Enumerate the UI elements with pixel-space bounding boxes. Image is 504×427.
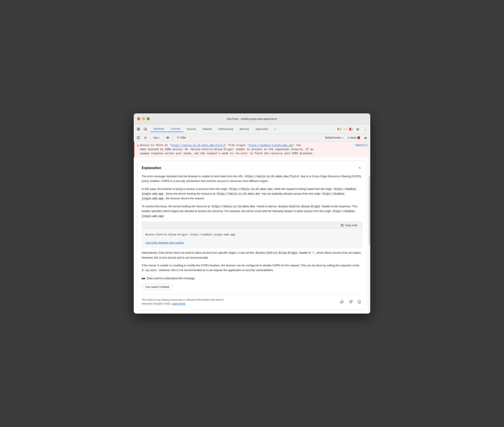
explanation-para5: If the server is unable or unwilling to … <box>142 263 362 273</box>
toolbar-divider-1 <box>150 136 150 140</box>
code-snippet: Access-Control-Allow-Origin: https://bub… <box>142 229 362 240</box>
caution-link-container: Use code snippets with caution <box>142 240 362 248</box>
clear-console-btn[interactable]: ⊘ <box>142 135 148 141</box>
code-block-toolbar: Copy code <box>142 222 362 229</box>
explanation-para2: In this case, the browser is trying to a… <box>142 187 362 201</box>
tab-console[interactable]: Console <box>168 126 183 132</box>
more-options-icon[interactable]: ⋮ <box>362 126 369 132</box>
tab-elements[interactable]: Elements <box>150 126 167 132</box>
tab-performance[interactable]: Performance <box>215 126 236 132</box>
close-explanation-btn[interactable]: × <box>357 165 362 171</box>
tab-sources[interactable]: Sources <box>184 126 199 132</box>
thumbs-up-btn[interactable] <box>339 299 345 305</box>
explanation-header: Explanation × <box>142 165 362 171</box>
explanation-para4: Alternatively, if the server does not ne… <box>142 251 362 260</box>
close-button[interactable] <box>137 117 140 120</box>
thumbs-down-btn[interactable] <box>348 299 354 305</box>
svg-rect-14 <box>341 302 341 303</box>
explanation-body: The error message indicates that the bro… <box>142 174 362 306</box>
learn-more-link[interactable]: Learn more <box>172 302 185 305</box>
svg-point-9 <box>167 137 168 138</box>
tab-network[interactable]: Network <box>199 126 215 132</box>
issue-count-icon: 1 <box>357 136 360 139</box>
device-toggle-icon[interactable] <box>142 126 148 132</box>
issue-badge[interactable]: 1 Issue: 1 <box>346 136 362 140</box>
use-search-btn[interactable]: Use search instead <box>142 284 173 290</box>
sidebar-toggle-btn[interactable] <box>135 135 142 141</box>
origin5-code: https://bubble-jingle.web.app <box>142 210 356 218</box>
toolbar-divider-3 <box>173 136 173 140</box>
wildcard-code: * <box>312 251 315 255</box>
traffic-lights <box>137 117 150 120</box>
error-url1-link[interactable]: https://hello-io-24.deno.dev/?lvl=1 <box>171 144 225 147</box>
triangle-right-icon: ▶ <box>142 276 146 281</box>
svg-rect-1 <box>139 128 140 129</box>
error-url2-link[interactable]: https://bubble-jingle.web.app <box>249 144 293 147</box>
tab-icon-group <box>135 126 148 132</box>
console-toolbar: ⊘ top ▾ Filter Default levels ▾ <box>134 134 370 142</box>
svg-point-8 <box>166 137 169 138</box>
chevron-down-icon: ▾ <box>158 137 159 139</box>
explanation-panel: Explanation × The error message indicate… <box>137 161 367 310</box>
error-circle-icon: ⊗ <box>337 127 340 131</box>
console-wrapper: ⊗ Access to fetch at 'https://hello-io-2… <box>134 142 370 314</box>
maximize-button[interactable] <box>147 117 150 120</box>
devtools-tabs: Elements Console Sources Network Perform… <box>134 125 370 134</box>
tab-more[interactable]: » <box>272 126 279 132</box>
error-source-link[interactable]: search:1 <box>355 144 368 146</box>
inspect-icon[interactable] <box>135 126 142 132</box>
svg-rect-15 <box>352 300 352 302</box>
toolbar-divider-2 <box>163 136 163 140</box>
filter-btn[interactable]: Filter <box>174 135 188 140</box>
explanation-para3: To resolve this issue, the server hostin… <box>142 204 362 218</box>
eye-icon-btn[interactable] <box>165 135 171 141</box>
wildcard-header-code: Access-Control-Allow-Origin <box>255 251 298 255</box>
title-bar: DevTools - bubble-jingle.web.app/search <box>134 114 370 125</box>
levels-dropdown[interactable]: Default levels ▾ <box>323 136 345 140</box>
header-code: Access-Control-Allow-Origin <box>278 205 321 208</box>
svg-rect-2 <box>137 129 138 130</box>
report-btn[interactable] <box>356 299 362 305</box>
cors-error-text: Access to fetch at 'https://hello-io-24.… <box>140 144 354 156</box>
scrollbar-thumb[interactable] <box>369 176 370 245</box>
copy-code-btn[interactable]: Copy code <box>339 223 360 228</box>
cors-error-line: ⊗ Access to fetch at 'https://hello-io-2… <box>134 142 370 158</box>
tab-memory[interactable]: Memory <box>237 126 252 132</box>
code-block: Copy code Access-Control-Allow-Origin: h… <box>142 221 362 248</box>
error-count-badge[interactable]: ⊗ 2 <box>337 127 342 131</box>
explanation-para1: The error message indicates that the bro… <box>142 174 362 183</box>
error-circle-icon: ⊗ <box>137 144 139 147</box>
nocors-code: no-cors <box>145 269 157 272</box>
tab-right-icons: ⊗ 2 ⚠ 1 i 1 ⋮ <box>337 126 369 132</box>
settings-icon[interactable] <box>355 126 361 132</box>
svg-rect-3 <box>139 129 140 130</box>
origin3-code: https://hello-io-24.deno.dev <box>216 192 261 196</box>
copy-icon <box>341 224 344 227</box>
console-settings-icon[interactable] <box>362 135 369 141</box>
svg-point-18 <box>359 302 360 303</box>
svg-rect-13 <box>342 225 343 227</box>
disclaimer-section: This feature may display inaccurate or o… <box>142 294 362 306</box>
svg-rect-4 <box>144 128 146 130</box>
origin1-code: https://hello-io-24.deno.dev <box>228 188 274 191</box>
info-square-icon: i <box>349 128 351 130</box>
warning-count-badge[interactable]: ⚠ 1 <box>343 128 348 131</box>
url-inline-code: https://hello-io-24.deno.dev/?lvl=1 <box>244 175 300 178</box>
data-used-section[interactable]: ▶ Data used to understand this message <box>142 276 362 281</box>
console-area: ⊗ Access to fetch at 'https://hello-io-2… <box>134 142 370 314</box>
resolve-origin-code: https://hello-io-24.deno.dev <box>211 205 256 208</box>
info-count-badge[interactable]: i 1 <box>349 128 353 130</box>
window-title: DevTools - bubble-jingle.web.app/search <box>227 117 277 121</box>
svg-rect-0 <box>137 128 138 129</box>
disclaimer-text: This feature may display inaccurate or o… <box>142 298 228 306</box>
warning-triangle-icon: ⚠ <box>343 128 346 131</box>
svg-rect-5 <box>146 129 147 130</box>
explanation-title: Explanation <box>142 166 161 170</box>
levels-chevron-icon: ▾ <box>342 137 343 139</box>
svg-rect-6 <box>137 136 140 139</box>
minimize-button[interactable] <box>142 117 145 120</box>
context-selector[interactable]: top ▾ <box>152 136 161 140</box>
scrollbar-track[interactable] <box>369 142 370 314</box>
caution-link[interactable]: Use code snippets with caution <box>145 241 184 244</box>
tab-application[interactable]: Application <box>252 126 271 132</box>
